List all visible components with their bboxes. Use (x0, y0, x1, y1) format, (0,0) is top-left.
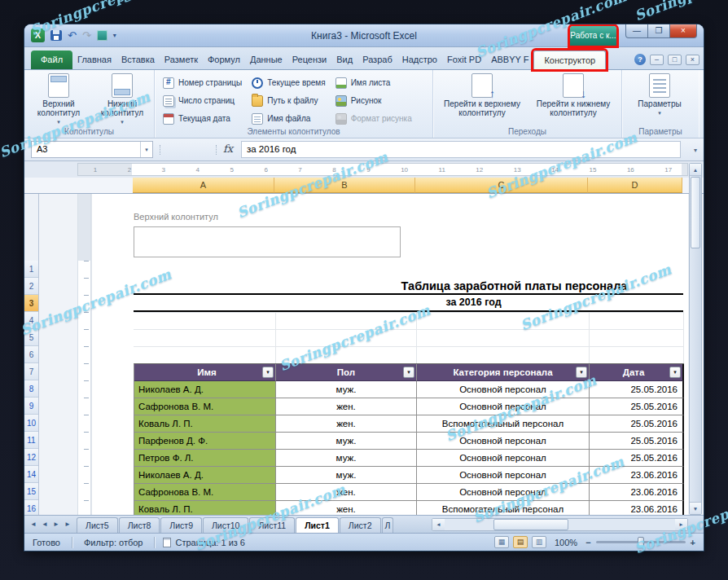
row-header-8[interactable]: 8 (24, 380, 38, 398)
close-button[interactable]: × (669, 24, 697, 38)
save-icon[interactable] (50, 30, 62, 41)
tab-3[interactable]: Формул (203, 51, 245, 69)
cell[interactable]: Основной персонал (417, 433, 590, 450)
cell[interactable]: 25.05.2016 (590, 450, 684, 467)
tab-1[interactable]: Вставка (116, 51, 160, 69)
horizontal-scroll-track[interactable] (445, 519, 675, 530)
zoom-slider-thumb[interactable] (638, 537, 644, 547)
row-header-15[interactable]: 15 (24, 483, 38, 500)
workbook-close-icon[interactable]: × (686, 55, 699, 65)
column-header-B[interactable]: B (274, 178, 415, 193)
column-header-D[interactable]: D (588, 178, 682, 193)
cell[interactable]: Вспомогательный персонал (417, 415, 590, 433)
help-icon[interactable]: ? (634, 54, 646, 65)
formula-bar-expand-icon[interactable]: ▾ (694, 147, 697, 154)
workbook-restore-icon[interactable]: □ (668, 55, 682, 65)
tab-2[interactable]: Разметк (160, 51, 203, 69)
row-header-16[interactable]: 16 (24, 500, 38, 515)
column-header-C[interactable]: C (415, 178, 588, 193)
table-header-3[interactable]: Дата▾ (590, 364, 684, 381)
cell[interactable]: 23.06.2016 (590, 467, 684, 484)
sheet-nav-prev-icon[interactable]: ◄ (39, 516, 50, 533)
tab-8[interactable]: Надстро (397, 51, 442, 69)
table-header-2[interactable]: Категория персонала▾ (417, 364, 590, 381)
undo-icon[interactable]: ↶ (68, 30, 77, 41)
sheet-tab-Лист2[interactable]: Лист2 (340, 517, 381, 533)
column-header-A[interactable]: A (133, 178, 274, 193)
cell[interactable]: муж. (276, 467, 417, 484)
row-header-12[interactable]: 12 (24, 449, 38, 466)
cell[interactable]: Сафронова В. М. (134, 484, 276, 501)
zoom-slider[interactable] (596, 541, 686, 543)
sheet-tab-Лист10[interactable]: Лист10 (203, 517, 249, 533)
cell[interactable]: муж. (276, 433, 417, 450)
tab-6[interactable]: Вид (331, 51, 357, 69)
cell[interactable]: Николаев А. Д. (134, 467, 276, 484)
normal-view-button[interactable]: ▦ (494, 536, 509, 548)
cell[interactable]: Сафронова В. М. (134, 398, 276, 415)
horizontal-scrollbar[interactable]: ◄ ► (432, 518, 688, 531)
filter-icon[interactable]: ▾ (262, 367, 274, 378)
row-header-1[interactable]: 1 (24, 261, 38, 278)
vertical-scroll-thumb[interactable] (691, 177, 700, 248)
cell[interactable]: 25.05.2016 (590, 415, 684, 433)
cell[interactable]: Петров Ф. Л. (134, 450, 276, 467)
name-box[interactable]: A3 ▾ (31, 141, 153, 158)
cell[interactable]: 25.05.2016 (590, 433, 684, 450)
tab-4[interactable]: Данные (245, 51, 287, 69)
zoom-out-icon[interactable]: − (585, 537, 590, 548)
cell[interactable]: жен. (276, 398, 417, 415)
element-button-1[interactable]: Число страниц (161, 93, 243, 108)
cell[interactable]: Коваль Л. П. (134, 415, 276, 433)
contextual-tab-group-label[interactable]: Работа с к... (570, 26, 616, 46)
cell[interactable]: Николаев А. Д. (134, 381, 276, 398)
name-box-caret-icon[interactable]: ▾ (140, 142, 152, 157)
cell[interactable]: муж. (276, 381, 417, 398)
footer-button[interactable]: Нижний колонтитул ▾ (93, 73, 151, 125)
options-button[interactable]: Параметры ▾ (630, 73, 689, 125)
cell[interactable]: Основной персонал (417, 398, 590, 415)
workbook-minimize-icon[interactable]: – (650, 55, 664, 65)
page-layout-view-button[interactable]: ▤ (513, 536, 528, 548)
tab-konstruktor[interactable]: Конструктор (533, 51, 606, 69)
scroll-down-icon[interactable]: ▼ (690, 502, 701, 514)
minimize-button[interactable]: — (625, 24, 648, 38)
sheet-nav-next-icon[interactable]: ► (50, 516, 62, 533)
insert-function-icon[interactable]: fx (223, 143, 233, 155)
worksheet-page[interactable]: Верхний колонтитул Таблица заработной пл… (91, 194, 688, 515)
sheet-tab-Л[interactable]: Л (382, 517, 393, 533)
tab-5[interactable]: Рецензи (287, 51, 332, 69)
row-header-9[interactable]: 9 (24, 398, 38, 415)
scroll-up-icon[interactable]: ▲ (690, 164, 701, 176)
filter-icon[interactable]: ▾ (576, 367, 587, 378)
filter-icon[interactable]: ▾ (403, 367, 414, 378)
maximize-button[interactable]: ❐ (647, 24, 670, 38)
scroll-right-icon[interactable]: ► (675, 519, 687, 530)
cell[interactable]: Основной персонал (417, 467, 590, 484)
sheet-tab-Лист9[interactable]: Лист9 (160, 517, 202, 533)
tab-7[interactable]: Разраб (357, 51, 397, 69)
qat-customize-icon[interactable]: ▾ (113, 32, 116, 39)
qat-extra-icon[interactable] (97, 30, 107, 41)
row-header-10[interactable]: 10 (24, 415, 38, 432)
table-header-0[interactable]: Имя▾ (134, 364, 276, 381)
tab-9[interactable]: Foxit PD (442, 51, 486, 69)
formula-bar-grip[interactable] (160, 145, 217, 155)
cell[interactable]: Основной персонал (417, 450, 590, 467)
cell[interactable]: жен. (276, 501, 417, 515)
sheet-tab-Лист8[interactable]: Лист8 (119, 517, 160, 533)
row-header-5[interactable]: 5 (24, 329, 38, 346)
row-header-4[interactable]: 4 (24, 312, 38, 329)
element-button-0[interactable]: Номер страницы (161, 75, 243, 90)
tab-file[interactable]: Файл (31, 51, 72, 69)
cell[interactable]: жен. (276, 415, 417, 433)
sheet-tab-Лист5[interactable]: Лист5 (77, 517, 118, 533)
row-header-7[interactable]: 7 (24, 363, 38, 380)
zoom-in-icon[interactable]: + (691, 537, 695, 548)
sheet-tab-Лист1[interactable]: Лист1 (296, 517, 339, 533)
cell[interactable]: Коваль Л. П. (134, 501, 276, 515)
element-button-7[interactable]: Рисунок (334, 93, 414, 108)
tab-0[interactable]: Главная (72, 51, 116, 69)
cell[interactable]: муж. (276, 450, 417, 467)
cell[interactable]: Основной персонал (417, 484, 590, 501)
